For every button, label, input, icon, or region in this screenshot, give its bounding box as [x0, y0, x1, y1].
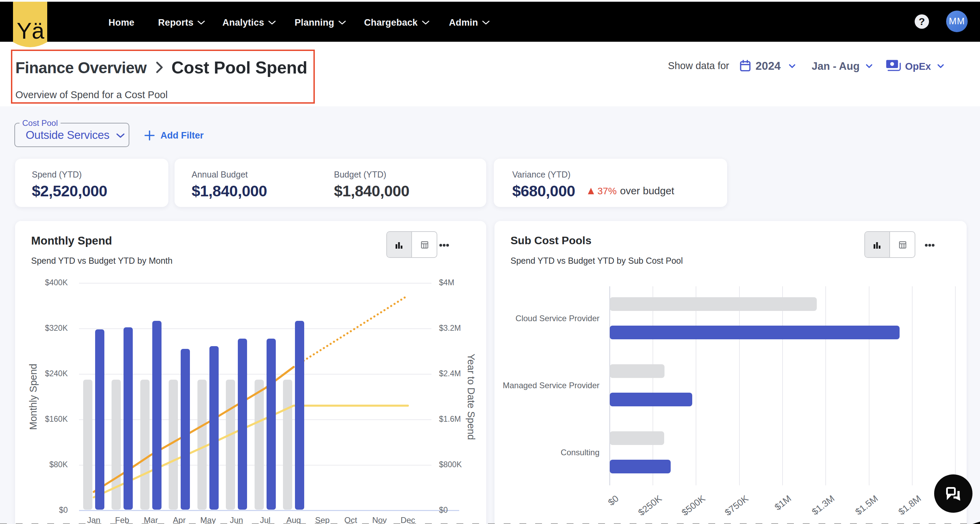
svg-text:Yä: Yä: [17, 18, 45, 43]
